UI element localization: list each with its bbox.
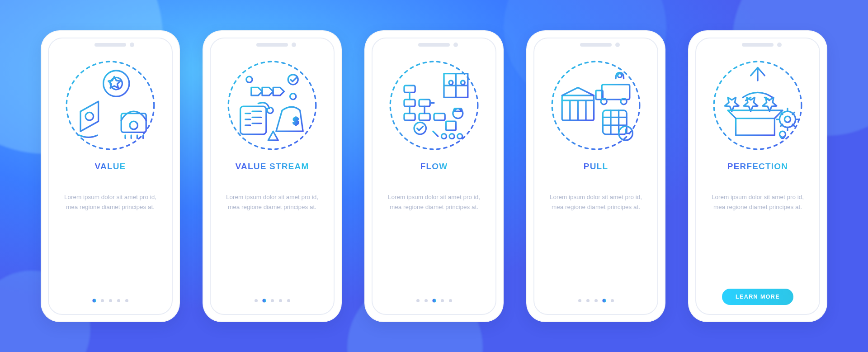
dot[interactable] (125, 299, 128, 302)
phone-mockup: $ VALUE STREAM Lorem ipsum dolor sit ame… (203, 30, 342, 322)
phone-notch (580, 43, 612, 47)
pull-icon (546, 56, 646, 155)
dot[interactable] (441, 299, 444, 302)
svg-point-29 (552, 62, 640, 149)
dot[interactable] (449, 299, 452, 302)
svg-rect-17 (404, 99, 415, 106)
dot[interactable] (425, 299, 428, 302)
svg-rect-36 (603, 110, 627, 134)
svg-point-6 (228, 62, 316, 149)
dot[interactable] (109, 299, 112, 302)
svg-rect-16 (404, 86, 415, 92)
svg-rect-39 (736, 118, 775, 135)
screen-title: VALUE STREAM (236, 162, 309, 171)
phone-screen: $ VALUE STREAM Lorem ipsum dolor sit ame… (210, 38, 335, 315)
dot[interactable] (602, 299, 606, 302)
phone-mockup: VALUE Lorem ipsum dolor sit amet pro id,… (41, 30, 180, 322)
svg-rect-19 (404, 113, 415, 120)
phone-mockup: PULL Lorem ipsum dolor sit amet pro id, … (526, 30, 665, 322)
svg-rect-21 (434, 113, 445, 120)
onboarding-row: VALUE Lorem ipsum dolor sit amet pro id,… (0, 0, 868, 352)
phone-screen: PERFECTION Lorem ipsum dolor sit amet pr… (695, 38, 820, 315)
phone-mockup: PERFECTION Lorem ipsum dolor sit amet pr… (688, 30, 827, 322)
phone-notch (418, 43, 450, 47)
phone-screen: PULL Lorem ipsum dolor sit amet pro id, … (533, 38, 658, 315)
page-indicator (49, 299, 172, 302)
svg-rect-25 (446, 121, 456, 130)
perfection-icon (708, 56, 807, 155)
svg-point-5 (130, 121, 138, 129)
phone-notch (94, 43, 126, 47)
learn-more-button[interactable]: LEARN MORE (722, 289, 793, 305)
page-indicator (211, 299, 334, 302)
svg-point-7 (246, 76, 252, 82)
value-icon (61, 56, 160, 155)
dot[interactable] (594, 299, 598, 302)
svg-point-9 (290, 93, 296, 99)
screen-title: PERFECTION (727, 162, 788, 171)
dot[interactable] (255, 299, 258, 302)
dot[interactable] (117, 299, 120, 302)
svg-rect-20 (419, 113, 430, 120)
svg-point-34 (618, 73, 622, 77)
svg-point-15 (461, 81, 465, 85)
flow-icon (384, 56, 484, 155)
phone-mockup: FLOW Lorem ipsum dolor sit amet pro id, … (364, 30, 504, 322)
phone-notch (742, 43, 774, 47)
phone-screen: FLOW Lorem ipsum dolor sit amet pro id, … (372, 38, 496, 315)
screen-description: Lorem ipsum dolor sit amet pro id, mea r… (706, 192, 809, 213)
svg-rect-30 (602, 84, 630, 99)
dot[interactable] (611, 299, 614, 302)
svg-rect-18 (419, 99, 430, 106)
dot[interactable] (432, 299, 436, 302)
dot[interactable] (279, 299, 282, 302)
dot[interactable] (287, 299, 290, 302)
screen-title: PULL (584, 162, 608, 171)
phone-notch (256, 43, 288, 47)
screen-description: Lorem ipsum dolor sit amet pro id, mea r… (544, 192, 647, 213)
dot[interactable] (586, 299, 590, 302)
screen-title: VALUE (95, 162, 126, 171)
screen-description: Lorem ipsum dolor sit amet pro id, mea r… (382, 192, 486, 213)
dot[interactable] (101, 299, 104, 302)
page-indicator (534, 299, 657, 302)
dot[interactable] (262, 299, 266, 302)
svg-point-42 (779, 131, 785, 137)
phone-screen: VALUE Lorem ipsum dolor sit amet pro id,… (48, 38, 173, 315)
value-stream-icon: $ (222, 56, 322, 155)
svg-point-1 (104, 71, 129, 96)
svg-point-14 (449, 81, 453, 85)
dot[interactable] (92, 299, 96, 302)
svg-rect-10 (241, 106, 266, 134)
svg-point-11 (267, 107, 273, 113)
screen-title: FLOW (420, 162, 448, 171)
page-indicator (373, 299, 495, 302)
dot[interactable] (578, 299, 581, 302)
svg-point-3 (85, 112, 94, 120)
screen-description: Lorem ipsum dolor sit amet pro id, mea r… (221, 192, 324, 213)
svg-point-41 (784, 116, 790, 122)
svg-point-8 (288, 74, 298, 84)
svg-text:$: $ (293, 115, 298, 126)
screen-description: Lorem ipsum dolor sit amet pro id, mea r… (59, 192, 162, 213)
dot[interactable] (271, 299, 274, 302)
dot[interactable] (416, 299, 420, 302)
